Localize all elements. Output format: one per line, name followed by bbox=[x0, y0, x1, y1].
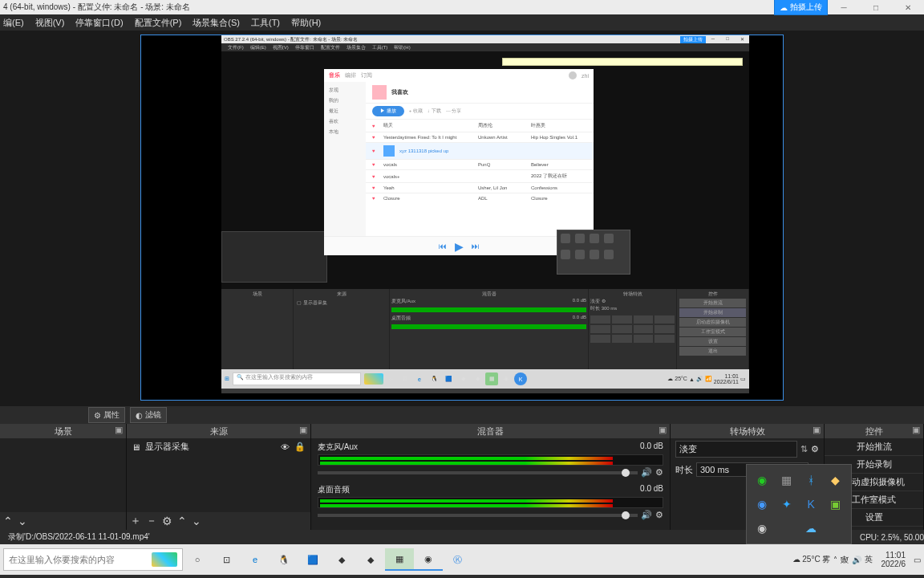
volume-icon[interactable]: 🔊 bbox=[852, 556, 861, 564]
minimize-button[interactable]: ─ bbox=[828, 0, 860, 14]
undock-icon[interactable]: ▣ bbox=[299, 425, 307, 435]
search-logo-icon bbox=[152, 552, 177, 567]
task-view-icon[interactable]: ⊡ bbox=[212, 548, 241, 571]
weather-widget[interactable]: ☁ 25°C 雾 bbox=[792, 554, 831, 565]
transitions-title: 转场特效 bbox=[730, 425, 765, 438]
audio-channel-mic: 麦克风/Aux0.0 dB 🔊 ⚙ bbox=[311, 438, 670, 481]
tray-icon[interactable]: ▣ bbox=[825, 494, 847, 515]
network-icon[interactable]: 🕸 bbox=[841, 556, 849, 564]
undock-icon[interactable]: ▣ bbox=[659, 425, 667, 435]
volume-slider[interactable] bbox=[318, 471, 638, 474]
transition-type[interactable]: 淡变 bbox=[675, 441, 797, 458]
undock-icon[interactable]: ▣ bbox=[813, 425, 821, 435]
stepper-icon[interactable]: ⇅ bbox=[800, 444, 808, 454]
mixer-dock: 混音器▣ 麦克风/Aux0.0 dB 🔊 ⚙ 桌面音频0.0 dB 🔊 ⚙ bbox=[311, 424, 671, 530]
menu-profile[interactable]: 配置文件(P) bbox=[135, 17, 182, 29]
menu-tools[interactable]: 工具(T) bbox=[251, 17, 280, 29]
undock-icon[interactable]: ▣ bbox=[115, 425, 123, 435]
clock[interactable]: 11:012022/6 bbox=[876, 551, 910, 568]
start-stream-button[interactable]: 开始推流 bbox=[825, 438, 923, 456]
lock-icon[interactable]: 🔒 bbox=[294, 442, 306, 452]
gear-icon[interactable]: ⚙ bbox=[162, 515, 172, 527]
sources-list[interactable]: 🖥 显示器采集 👁 🔒 bbox=[127, 438, 310, 512]
nested-title-bar: OBS 27.2.4 (64-bit, windows) - 配置文件: 未命名… bbox=[221, 35, 749, 43]
scenes-dock: 场景▣ ⌃ ⌄ bbox=[0, 424, 127, 530]
menu-help[interactable]: 帮助(H) bbox=[291, 17, 321, 29]
ime-icon[interactable]: 英 bbox=[865, 554, 873, 565]
bluetooth-icon[interactable]: ᚼ bbox=[800, 470, 822, 490]
notification-icon[interactable]: ▭ bbox=[914, 556, 921, 564]
preview-area[interactable]: OBS 27.2.4 (64-bit, windows) - 配置文件: 未命名… bbox=[0, 31, 924, 406]
filter-icon: ◐ bbox=[136, 411, 143, 420]
gear-icon[interactable]: ⚙ bbox=[655, 510, 663, 520]
scenes-list[interactable] bbox=[0, 438, 126, 512]
tray-icon[interactable]: ✦ bbox=[776, 494, 798, 515]
upload-button[interactable]: ☁拍摄上传 bbox=[774, 0, 828, 15]
properties-button[interactable]: ⚙属性 bbox=[88, 407, 125, 423]
menu-dock[interactable]: 停靠窗口(D) bbox=[75, 17, 123, 29]
menu-scene-collection[interactable]: 场景集合(S) bbox=[192, 17, 240, 29]
gear-icon[interactable]: ⚙ bbox=[811, 444, 819, 454]
app-icon[interactable]: Ⓚ bbox=[443, 548, 472, 571]
gear-icon[interactable]: ⚙ bbox=[655, 467, 663, 478]
obs-icon[interactable]: ◉ bbox=[752, 518, 773, 539]
controls-title: 控件 bbox=[865, 425, 883, 438]
nested-taskbar: ⊞ 🔍 在这里输入你要搜索的内容 ○⊡e🐧🟦◆◆▦◉K ☁ 25°C ▲🔊📶 1… bbox=[221, 369, 749, 389]
preview-canvas[interactable]: OBS 27.2.4 (64-bit, windows) - 配置文件: 未命名… bbox=[141, 35, 783, 400]
system-tray-popup[interactable]: ◉ ▦ ᚼ ◆ ◉ ✦ K ▣ ◉ ☁ bbox=[746, 464, 852, 544]
app-icon[interactable]: ◆ bbox=[327, 548, 356, 571]
tray-icon[interactable]: ◆ bbox=[825, 470, 847, 490]
volume-slider[interactable] bbox=[318, 514, 638, 517]
speaker-icon[interactable]: 🔊 bbox=[641, 510, 652, 520]
menu-edit[interactable]: 编(E) bbox=[3, 17, 24, 29]
filters-button[interactable]: ◐滤镜 bbox=[130, 407, 167, 423]
add-button[interactable]: ＋ bbox=[130, 514, 141, 528]
nested-obs-window: OBS 27.2.4 (64-bit, windows) - 配置文件: 未命名… bbox=[221, 35, 749, 393]
audio-channel-desktop: 桌面音频0.0 dB 🔊 ⚙ bbox=[311, 481, 670, 523]
maximize-button[interactable]: □ bbox=[860, 0, 892, 14]
steam-icon[interactable]: ◉ bbox=[752, 494, 773, 515]
tray-icon[interactable] bbox=[825, 518, 847, 539]
tray-icon[interactable]: ☁ bbox=[800, 518, 822, 539]
avatar bbox=[569, 71, 577, 79]
move-down-button[interactable]: ⌄ bbox=[192, 515, 201, 527]
remove-button[interactable]: － bbox=[146, 514, 157, 528]
steam-icon[interactable]: ◆ bbox=[356, 548, 385, 571]
taskbar-right: ☁ 25°C 雾 ˄ 🕸 🔊 英 11:012022/6 ▭ bbox=[792, 551, 922, 568]
play-all-button: ▶ 播放 bbox=[372, 106, 404, 116]
cortana-icon[interactable]: ○ bbox=[183, 548, 212, 571]
chevron-down-icon[interactable]: ⌄ bbox=[18, 515, 27, 527]
obs-icon[interactable]: ◉ bbox=[414, 548, 443, 571]
window-title-bar: 4 (64-bit, windows) - 配置义仲: 未命名 - 场景: 未命… bbox=[0, 0, 924, 14]
app-icon[interactable]: 🟦 bbox=[298, 548, 327, 571]
menu-bar: 编(E) 视图(V) 停靠窗口(D) 配置文件(P) 场景集合(S) 工具(T)… bbox=[0, 14, 924, 31]
tray-expand-icon[interactable]: ˄ bbox=[833, 556, 837, 564]
display-icon: 🖥 bbox=[132, 442, 140, 452]
speaker-icon[interactable]: 🔊 bbox=[641, 467, 652, 478]
menu-view[interactable]: 视图(V) bbox=[35, 17, 65, 29]
tray-icon[interactable]: ▦ bbox=[776, 470, 798, 490]
search-placeholder: 在这里输入你要搜索的内容 bbox=[9, 554, 115, 566]
move-up-button[interactable]: ⌃ bbox=[177, 515, 187, 527]
duration-label: 时长 bbox=[675, 464, 693, 476]
edge-icon[interactable]: e bbox=[241, 548, 270, 571]
nested-docks: 场景 来源▢ 显示器采集 混音器 麦克风/Aux0.0 dB 桌面音频0.0 d… bbox=[221, 289, 749, 369]
cpu-status: CPU: 2.5%, 50.00 bbox=[860, 533, 924, 542]
chevron-up-icon[interactable]: ⌃ bbox=[3, 515, 13, 527]
tray-icon[interactable]: ◉ bbox=[752, 470, 773, 490]
record-path: 录制'D:/OBS/2022-06-11 11-01-09.mp4' bbox=[8, 531, 150, 543]
close-button[interactable]: ✕ bbox=[892, 0, 924, 14]
source-toolbar: ⚙属性 ◐滤镜 bbox=[0, 406, 924, 424]
search-input[interactable]: 在这里输入你要搜索的内容 bbox=[3, 548, 183, 571]
mixer-body: 麦克风/Aux0.0 dB 🔊 ⚙ 桌面音频0.0 dB 🔊 ⚙ bbox=[311, 438, 670, 530]
scenes-title: 场景 bbox=[55, 425, 72, 438]
undock-icon[interactable]: ▣ bbox=[912, 425, 920, 435]
window-title: 4 (64-bit, windows) - 配置义仲: 未命名 - 场景: 未命… bbox=[3, 2, 190, 13]
tray-icon[interactable]: K bbox=[800, 494, 822, 515]
app-icon[interactable]: 🐧 bbox=[270, 548, 298, 571]
tray-icon[interactable] bbox=[776, 518, 798, 539]
music-sidebar: 发现我的最近喜欢本地 bbox=[324, 82, 366, 236]
source-item[interactable]: 🖥 显示器采集 👁 🔒 bbox=[127, 438, 310, 455]
eye-icon[interactable]: 👁 bbox=[281, 442, 290, 452]
app-icon-active[interactable]: ▦ bbox=[385, 548, 414, 571]
